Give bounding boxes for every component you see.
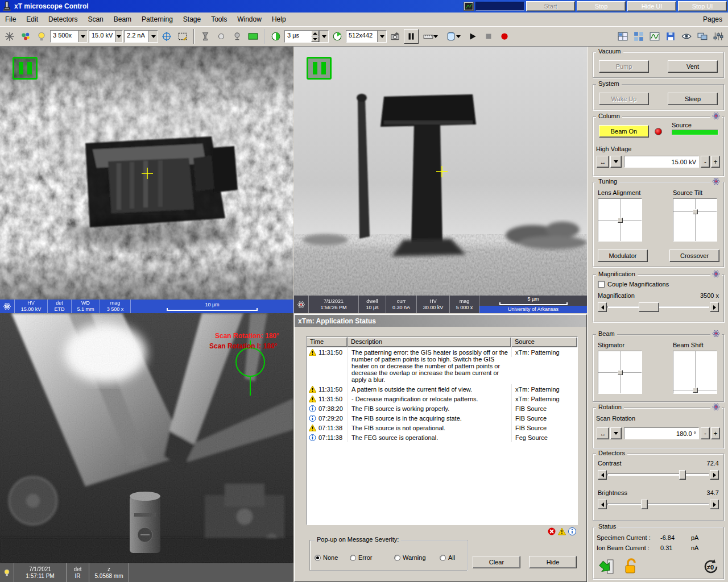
hv-dropdown-button[interactable] [610, 156, 622, 168]
checkbox-box[interactable] [598, 281, 605, 288]
rotation-toggle-button[interactable]: ↔ [597, 427, 609, 439]
beam-shift-reset-button[interactable] [159, 29, 174, 44]
spot-button[interactable] [214, 29, 229, 44]
measurement-dropdown-button[interactable] [420, 29, 441, 44]
warning-filter-icon[interactable] [558, 527, 566, 535]
menu-stage[interactable]: Stage [178, 13, 206, 26]
menu-help[interactable]: Help [267, 13, 291, 26]
pump-button[interactable]: Pump [599, 60, 649, 73]
menu-window[interactable]: Window [232, 13, 267, 26]
contrast-slider[interactable] [598, 470, 719, 480]
table-row[interactable]: 11:31:50 The patterning error: the GIS h… [307, 347, 577, 384]
slider-thumb[interactable] [679, 470, 686, 480]
pad-handle[interactable] [693, 388, 698, 393]
menu-edit[interactable]: Edit [21, 13, 43, 26]
scan-speed-button[interactable] [268, 29, 283, 44]
reduced-area-button[interactable] [175, 29, 190, 44]
slider-right-button[interactable] [710, 470, 719, 480]
table-row[interactable]: 11:31:50 - Decrease magnification or rel… [307, 394, 577, 404]
pad-handle[interactable] [693, 209, 698, 214]
quad2-fib-viewport[interactable]: 7/1/20211:56:26 PM dwell10 µs curr0.30 n… [294, 47, 587, 313]
source-tilt-pad[interactable] [673, 198, 717, 242]
menu-patterning[interactable]: Patterning [136, 13, 178, 26]
pad-handle[interactable] [618, 218, 623, 223]
table-row[interactable]: 07:38:20 The FIB source is working prope… [307, 404, 577, 413]
menu-tools[interactable]: Tools [206, 13, 232, 26]
slider-right-button[interactable] [710, 500, 719, 509]
pad-handle[interactable] [618, 370, 623, 375]
menu-beam[interactable]: Beam [109, 13, 136, 26]
pause-button[interactable] [404, 29, 419, 44]
chevron-down-icon[interactable] [319, 31, 328, 42]
rotation-value-field[interactable]: 180.0 ° [624, 427, 699, 439]
chevron-down-icon[interactable] [115, 31, 122, 42]
mixer-button[interactable] [711, 29, 726, 44]
beam-current-combo[interactable]: 2.2 nA [124, 30, 158, 43]
dwell-spinner[interactable] [311, 31, 319, 42]
magnification-combo[interactable]: 3 500x [50, 30, 88, 43]
capture-button[interactable] [388, 29, 403, 44]
quad-view-button[interactable] [631, 29, 646, 44]
column-header-source[interactable]: Source [511, 337, 577, 347]
quad1-sem-viewport[interactable]: HV15.00 kV detETD WD5.1 mm mag3 500 x 10… [0, 47, 293, 313]
hv-increase-button[interactable]: + [711, 156, 720, 168]
chamber-light-button[interactable] [34, 29, 49, 44]
magnification-slider[interactable] [598, 302, 719, 312]
radio-all[interactable]: All [440, 554, 455, 561]
stigmator-pad[interactable] [598, 351, 642, 394]
slider-thumb[interactable] [639, 302, 659, 312]
chevron-down-icon[interactable] [377, 31, 386, 42]
couple-magnifications-checkbox[interactable]: Couple Magnifications [598, 281, 669, 288]
column-header-time[interactable]: Time [307, 337, 348, 347]
xt-ui-button[interactable] [2, 29, 17, 44]
menu-scan[interactable]: Scan [82, 13, 108, 26]
radio-warning[interactable]: Warning [394, 554, 426, 561]
chevron-down-icon[interactable] [78, 31, 87, 42]
end-point-button[interactable] [198, 29, 213, 44]
menu-file[interactable]: File [0, 13, 21, 26]
slider-left-button[interactable] [598, 302, 607, 312]
snapshot-button[interactable] [246, 29, 260, 44]
slider-track[interactable] [607, 473, 709, 476]
gis-dropdown-button[interactable] [442, 29, 464, 44]
slider-left-button[interactable] [598, 470, 607, 480]
slider-thumb[interactable] [641, 500, 648, 509]
hv-decrease-button[interactable]: - [701, 156, 710, 168]
displays-button[interactable] [695, 29, 710, 44]
slider-left-button[interactable] [598, 500, 607, 509]
info-filter-icon[interactable] [568, 527, 576, 535]
stop-ui-button[interactable]: Stop UI [678, 1, 727, 11]
pages-label[interactable]: Pages [703, 15, 728, 23]
radio-none[interactable]: None [315, 554, 338, 561]
save-button[interactable] [663, 29, 678, 44]
table-row[interactable]: 07:11:38 The FIB source is not operation… [307, 423, 577, 433]
hide-ui-button[interactable]: Hide UI [627, 1, 676, 11]
sleep-button[interactable]: Sleep [668, 93, 718, 105]
high-voltage-combo[interactable]: 15.0 kV [89, 30, 123, 43]
pattern-molecule-button[interactable] [18, 29, 33, 44]
beam-on-button[interactable]: Beam On [599, 125, 649, 138]
rotation-not-zero-icon[interactable]: ≠0 [702, 558, 720, 575]
modulator-button[interactable]: Modulator [598, 250, 648, 262]
dwell-timer-button[interactable] [330, 29, 345, 44]
beam-shift-pad[interactable] [673, 351, 717, 394]
hv-value-field[interactable]: 15.00 kV [624, 156, 699, 168]
sample-exchange-icon[interactable] [598, 558, 615, 575]
radio-error[interactable]: Error [350, 554, 372, 561]
wake-up-button[interactable]: Wake Up [599, 93, 649, 105]
rotation-dropdown-button[interactable] [610, 427, 622, 439]
chevron-down-icon[interactable] [148, 31, 158, 42]
resolution-combo[interactable]: 512x442 [346, 30, 387, 43]
crossover-button[interactable]: Crossover [669, 250, 719, 262]
hide-button[interactable]: Hide [529, 556, 577, 568]
menu-detectors[interactable]: Detectors [43, 13, 82, 26]
spot-mode-button[interactable] [230, 29, 245, 44]
rotation-increase-button[interactable]: + [711, 427, 720, 439]
start-button[interactable]: Start [526, 1, 575, 11]
table-row[interactable]: 11:31:50 A pattern is outside the curren… [307, 384, 577, 394]
rotation-decrease-button[interactable]: - [701, 427, 710, 439]
patterning-start-button[interactable] [465, 29, 480, 44]
videoscope-button[interactable] [647, 29, 662, 44]
unlock-icon[interactable] [624, 558, 639, 575]
record-button[interactable] [497, 29, 512, 44]
